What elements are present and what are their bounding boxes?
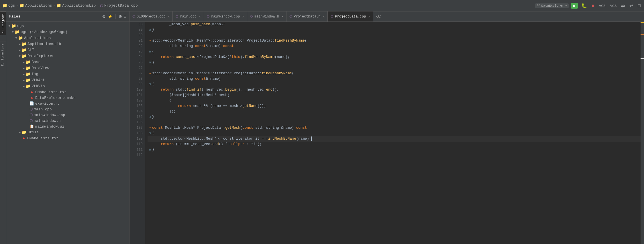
tab-projectdata-h[interactable]: ⬡ ProjectData.h ✕ <box>286 11 328 22</box>
side-tabs: 1: Project Z: Structure <box>0 11 6 244</box>
tab-close-icon[interactable]: ✕ <box>368 15 370 18</box>
tab-close-icon[interactable]: ✕ <box>282 15 284 18</box>
ui-icon: 📋 <box>30 124 34 129</box>
code-line-92: std::string const& name) const <box>148 44 641 49</box>
maximize-button[interactable]: □ <box>637 3 642 9</box>
folder-icon: 📁 <box>11 24 16 28</box>
tab-close-icon[interactable]: ✕ <box>199 15 201 18</box>
tree-item-ogs-root[interactable]: ▶ 📁 ogs <box>6 23 129 29</box>
file-tree-header: Files ⚙ ⚡ | ⚙ ≡ <box>6 11 129 22</box>
tree-item-exe-icon[interactable]: ▶ 📄 exe-icon.rc <box>6 101 129 106</box>
line-numbers: 88 89 90 91 92 93 94 95 96 97 98 99 100 … <box>129 22 145 244</box>
breadcrumb: 📁 ogs › 📁 Applications › 📁 ApplicationsL… <box>2 3 138 8</box>
tab-close-icon[interactable]: ✕ <box>323 15 325 18</box>
side-tab-project[interactable]: 1: Project <box>0 11 6 35</box>
code-line-102: { <box>148 98 641 104</box>
tab-close-icon[interactable]: ✕ <box>242 15 244 18</box>
folder-icon: 📁 <box>25 84 30 89</box>
code-line-98: std::string const& name) <box>148 76 641 82</box>
tree-collapse-button[interactable]: ≡ <box>124 14 126 19</box>
tree-item-applications[interactable]: ▶ 📁 Applications <box>6 35 129 41</box>
tree-item-applicationslib[interactable]: ▶ 📁 ApplicationsLib <box>6 41 129 47</box>
tree-item-vtkact[interactable]: ▶ 📁 VtkAct <box>6 77 129 83</box>
tree-item-utils[interactable]: ▶ 📁 Utils <box>6 129 129 135</box>
vcs-button-2[interactable]: VCS <box>609 3 618 8</box>
tab-projectdata-cpp[interactable]: ⬡ ProjectData.cpp ✕ <box>328 11 373 22</box>
tab-close-icon[interactable]: ✕ <box>168 15 170 18</box>
tree-sync-button[interactable]: ⚙ <box>102 14 106 19</box>
code-line-107: ⇒ const MeshLib::Mesh* ProjectData::getM… <box>148 125 641 131</box>
tree-gear-button[interactable]: ⚙ <box>119 14 122 19</box>
code-line-99: ⊟ { <box>148 82 641 87</box>
debug-button[interactable]: 🐛 <box>580 2 588 9</box>
cpp-file-icon: ⬡ <box>176 15 178 18</box>
tab-geoobjects[interactable]: ⬡ GEOObjects.cpp ✕ <box>129 11 173 22</box>
breadcrumb-applications[interactable]: 📁 Applications <box>19 3 52 8</box>
breadcrumb-file[interactable]: ⬡ ProjectData.cpp <box>100 3 138 8</box>
file-icon: 📄 <box>30 101 34 106</box>
cmake-icon: 🔺 <box>30 90 34 94</box>
code-line-104: }); <box>148 109 641 114</box>
stop-button[interactable]: ■ <box>590 3 596 9</box>
vcs-button-1[interactable]: VCS <box>598 3 607 8</box>
tree-item-dataexplorer[interactable]: ▶ 📁 DataExplorer <box>6 53 129 59</box>
code-line-101: [&name](MeshLib::Mesh* mesh) <box>148 93 641 98</box>
file-tree-title: Files <box>9 14 20 19</box>
header-icon: ⬡ <box>30 118 33 123</box>
folder-icon: 📁 <box>56 3 61 8</box>
tree-item-main-cpp[interactable]: ▶ ⬡ main.cpp <box>6 106 129 112</box>
cpp-icon: ⬡ <box>30 107 33 112</box>
code-line-103: return mesh && (name == mesh->getName())… <box>148 104 641 109</box>
tree-item-mainwindow-ui[interactable]: ▶ 📋 mainwindow.ui <box>6 124 129 129</box>
code-line-100: return std::find_if(_mesh_vec.begin(), _… <box>148 87 641 93</box>
tree-item-cmakelists-de[interactable]: ▶ 🔺 CMakeLists.txt <box>6 89 129 95</box>
tree-item-ogs-local[interactable]: ▶ 📁 ogs (~/code/ogs6/ogs) <box>6 29 129 35</box>
folder-icon: 📁 <box>21 42 26 46</box>
cpp-file-icon: ⬡ <box>331 15 333 18</box>
tree-item-mainwindow-h[interactable]: ▶ ⬡ mainwindow.h <box>6 118 129 124</box>
code-line-105: ⊟ } <box>148 114 641 120</box>
tree-content: ▶ 📁 ogs ▶ 📁 ogs (~/code/ogs6/ogs) ▶ 📁 Ap… <box>6 22 129 244</box>
code-editor: 88 89 90 91 92 93 94 95 96 97 98 99 100 … <box>129 22 644 244</box>
breadcrumb-applicationslib[interactable]: 📁 ApplicationsLib <box>56 3 96 8</box>
code-line-94: return const_cast<ProjectData&>(*this).f… <box>148 54 641 60</box>
code-line-106 <box>148 120 641 125</box>
code-line-95: ⊟ } <box>148 60 641 65</box>
breadcrumb-ogs[interactable]: 📁 ogs <box>2 3 15 8</box>
code-line-111: ⊟ } <box>148 147 641 153</box>
tree-item-img[interactable]: ▶ 📁 Img <box>6 71 129 77</box>
code-line-88: _mesh_vec.push_back(mesh); <box>148 22 641 27</box>
side-tab-structure[interactable]: Z: Structure <box>0 41 6 69</box>
tree-settings-button[interactable]: ⚡ <box>107 14 112 19</box>
folder-icon: 📁 <box>15 30 19 34</box>
code-line-96 <box>148 65 641 71</box>
tree-item-base[interactable]: ▶ 📁 Base <box>6 59 129 65</box>
tree-item-mainwindow-cpp[interactable]: ▶ ⬡ mainwindow.cpp <box>6 112 129 118</box>
scroll-markers <box>641 22 644 244</box>
tab-mainwindow-h[interactable]: ⬡ mainwindow.h ✕ <box>247 11 286 22</box>
main-layout: 1: Project Z: Structure Files ⚙ ⚡ | ⚙ ≡ … <box>0 11 644 244</box>
editor-area: ⬡ GEOObjects.cpp ✕ ⬡ main.cpp ✕ ⬡ mainwi… <box>129 11 644 244</box>
scroll-marker-orange <box>641 34 644 35</box>
code-line-97: ⇒ std::vector<MeshLib::Mesh*>::iterator … <box>148 71 641 76</box>
code-content[interactable]: _mesh_vec.push_back(mesh); ⊟ } ⇒ std::ve… <box>145 22 641 244</box>
tab-main[interactable]: ⬡ main.cpp ✕ <box>173 11 204 22</box>
tree-toolbar: ⚙ ⚡ | ⚙ ≡ <box>102 14 126 19</box>
undo-button[interactable]: ↩ <box>628 2 634 9</box>
tree-item-cmakelists-root[interactable]: ▶ 🔺 CMakeLists.txt <box>6 135 129 141</box>
top-bar: 📁 ogs › 📁 Applications › 📁 ApplicationsL… <box>0 0 644 11</box>
code-line-91: ⇒ std::vector<MeshLib::Mesh*>::const_ite… <box>148 38 641 44</box>
folder-icon: 📁 <box>25 78 30 83</box>
sync-button[interactable]: ⇄ <box>620 2 626 9</box>
tree-item-cli[interactable]: ▶ 📁 CLI <box>6 47 129 53</box>
tab-mainwindow-cpp[interactable]: ⬡ mainwindow.cpp ✕ <box>204 11 247 22</box>
cpp-icon: ⬡ <box>30 113 33 117</box>
tree-item-dataexplorer-cmake[interactable]: ▶ 🔺 DataExplorer.cmake <box>6 95 129 101</box>
run-button[interactable]: ▶ <box>571 3 578 9</box>
tree-item-vtkvis[interactable]: ▶ 📁 VtkVis <box>6 83 129 89</box>
tree-item-dataview[interactable]: ▶ 📁 DataView <box>6 65 129 71</box>
tabs-overflow-button[interactable]: ≪ <box>373 13 383 20</box>
cmake-icon: 🔺 <box>30 95 34 100</box>
folder-icon: 📁 <box>25 72 30 77</box>
header-file-icon: ⬡ <box>289 15 292 18</box>
